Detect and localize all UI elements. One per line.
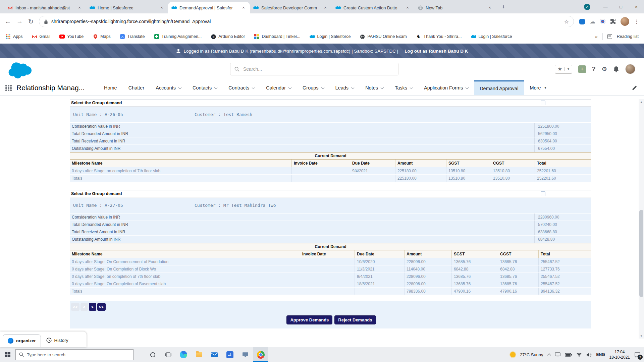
start-button[interactable] xyxy=(0,347,15,362)
group-demand-checkbox[interactable] xyxy=(541,101,545,105)
history-item[interactable]: History xyxy=(46,338,68,343)
bookmark-item[interactable]: Gmail xyxy=(32,34,51,39)
browser-profile-avatar[interactable] xyxy=(621,17,629,26)
nav-tab-notes[interactable]: Notes xyxy=(360,80,389,95)
tab-close-icon[interactable]: × xyxy=(322,5,328,11)
favorites-star-icon[interactable]: ★ xyxy=(555,66,564,72)
tray-expand-icon[interactable] xyxy=(547,353,551,357)
sync-app-icon[interactable]: ⇄ xyxy=(222,347,237,362)
clock[interactable]: 17:04 18-10-2021 xyxy=(609,349,630,360)
bookmark-item[interactable]: PAHSU Online Exam xyxy=(360,34,407,39)
weather-sun-icon[interactable] xyxy=(510,352,516,357)
tab-close-icon[interactable]: × xyxy=(240,5,247,11)
bookmark-item[interactable]: YouTube xyxy=(59,34,84,39)
logout-link[interactable]: Log out as Ramesh Babu D K xyxy=(405,49,468,54)
tab-close-icon[interactable]: × xyxy=(405,5,411,11)
browser-tab[interactable]: Create Custom Action Butto× xyxy=(332,2,414,13)
bookmark-item[interactable]: Dashboard | Tinker... xyxy=(254,34,300,39)
reload-icon[interactable]: ↻ xyxy=(28,18,34,25)
approve-demands-button[interactable]: Approve Demands xyxy=(286,315,332,324)
wifi-icon[interactable] xyxy=(576,353,582,357)
bookmark-item[interactable]: ♞Thank You - Shrira... xyxy=(416,34,462,39)
reading-list-label[interactable]: Reading list xyxy=(617,34,639,39)
favorites-split-button[interactable]: ★ ▼ xyxy=(555,65,572,74)
minimize-button[interactable]: — xyxy=(598,0,613,13)
bookmark-item[interactable]: Maps xyxy=(93,34,111,39)
prev-page-button[interactable]: < xyxy=(80,303,88,311)
cloud-extension-icon[interactable]: ☁ xyxy=(590,19,595,24)
setup-gear-icon[interactable]: ⚙ xyxy=(602,65,607,73)
scroll-down-icon[interactable]: ▼ xyxy=(639,333,644,339)
organizer-tab[interactable]: organizer xyxy=(3,334,41,347)
edit-pencil-icon[interactable] xyxy=(632,85,637,91)
scrollbar-thumb[interactable] xyxy=(639,210,643,297)
nav-tab-chatter[interactable]: Chatter xyxy=(123,80,150,95)
inspector-extension-icon[interactable] xyxy=(600,19,605,24)
nav-tab-tasks[interactable]: Tasks xyxy=(389,80,418,95)
action-center-icon[interactable]: 2 xyxy=(634,352,641,358)
edge-icon[interactable] xyxy=(176,347,191,362)
new-tab-button[interactable]: + xyxy=(499,2,508,12)
browser-menu-icon[interactable]: ⋮ xyxy=(634,18,639,25)
browser-tab[interactable]: Home | Salesforce× xyxy=(86,2,168,13)
nav-tab-groups[interactable]: Groups xyxy=(297,80,330,95)
profile-check-icon[interactable]: ✓ xyxy=(584,4,590,10)
puzzle-extensions-icon[interactable] xyxy=(610,19,616,24)
back-icon[interactable]: ← xyxy=(5,18,11,25)
bookmark-star-icon[interactable]: ☆ xyxy=(564,18,569,25)
tab-close-icon[interactable]: × xyxy=(76,5,83,11)
global-search-box[interactable] xyxy=(230,63,398,75)
bookmarks-overflow-icon[interactable]: » xyxy=(595,34,598,39)
next-page-button[interactable]: > xyxy=(89,303,96,311)
weather-label[interactable]: 27°C Sunny xyxy=(520,352,543,357)
last-page-button[interactable]: >> xyxy=(97,303,106,311)
nav-more-button[interactable]: More▼ xyxy=(524,80,552,95)
omnibox[interactable]: shriramproperties--sapsfdc.lightning.for… xyxy=(39,16,574,27)
nav-tab-accounts[interactable]: Accounts xyxy=(150,80,187,95)
forward-icon[interactable]: → xyxy=(16,18,23,25)
browser-tab[interactable]: DemandApproval | Salesfor× xyxy=(168,2,250,13)
display-tray-icon[interactable] xyxy=(555,352,560,357)
taskbar-search-box[interactable]: Type here to search xyxy=(15,349,133,360)
chrome-icon[interactable] xyxy=(253,347,268,362)
scroll-up-icon[interactable]: ▲ xyxy=(639,99,644,105)
bookmark-item[interactable]: Training Assignmen... xyxy=(154,34,202,39)
file-explorer-icon[interactable] xyxy=(191,347,207,362)
mail-icon[interactable] xyxy=(207,347,222,362)
nav-tab-home[interactable]: Home xyxy=(98,80,123,95)
bookmark-item[interactable]: Apps xyxy=(5,34,23,39)
remote-desktop-icon[interactable] xyxy=(237,347,253,362)
group-demand-checkbox[interactable] xyxy=(541,191,545,196)
bookmark-item[interactable]: Login | Salesforce xyxy=(471,34,512,39)
nav-tab-contacts[interactable]: Contacts xyxy=(187,80,223,95)
nav-tab-contracts[interactable]: Contracts xyxy=(223,80,260,95)
close-button[interactable]: × xyxy=(629,0,644,13)
bookmark-item[interactable]: ∞Arduino Editor xyxy=(211,34,245,39)
nav-tab-demand-approval-active[interactable]: Demand Approval xyxy=(474,80,524,95)
first-page-button[interactable]: << xyxy=(71,303,79,311)
vertical-scrollbar[interactable]: ▲ ▼ xyxy=(639,99,644,339)
tab-close-icon[interactable]: × xyxy=(487,5,493,11)
battery-icon[interactable] xyxy=(565,353,572,357)
browser-tab[interactable]: Salesforce Developer Comm× xyxy=(250,2,332,13)
bookmark-item[interactable]: Login | Salesforce xyxy=(310,34,351,39)
language-indicator[interactable]: ENG xyxy=(596,352,605,357)
task-view-button[interactable] xyxy=(160,347,176,362)
browser-tab[interactable]: Inbox - manisha.akhade@st× xyxy=(4,2,86,13)
tab-close-icon[interactable]: × xyxy=(159,5,165,11)
reject-demands-button[interactable]: Reject Demands xyxy=(334,315,376,324)
cortana-button[interactable] xyxy=(145,347,160,362)
user-avatar[interactable] xyxy=(625,64,635,74)
nav-tab-application-forms[interactable]: Application Forms xyxy=(418,80,474,95)
global-actions-icon[interactable]: + xyxy=(578,65,586,73)
bookmark-item[interactable]: ATranslate xyxy=(120,34,145,39)
salesforce-extension-icon[interactable] xyxy=(579,19,585,24)
nav-tab-calendar[interactable]: Calendar xyxy=(260,80,297,95)
browser-tab[interactable]: New Tab× xyxy=(414,2,496,13)
favorites-caret-icon[interactable]: ▼ xyxy=(565,67,572,71)
notifications-bell-icon[interactable] xyxy=(613,66,619,72)
help-icon[interactable]: ? xyxy=(592,66,596,73)
maximize-button[interactable]: □ xyxy=(613,0,629,13)
volume-icon[interactable] xyxy=(586,352,592,357)
search-input[interactable] xyxy=(243,66,394,72)
